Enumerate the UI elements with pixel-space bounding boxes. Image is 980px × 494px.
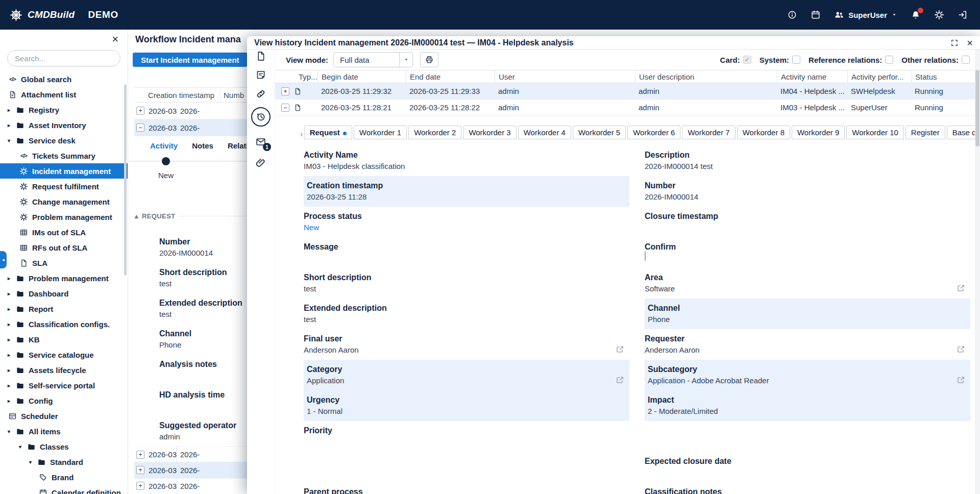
open-reference-icon[interactable] xyxy=(616,376,624,384)
history-row-selected[interactable]: + 2026-03-25 11:29:32 2026-03-25 11:29:3… xyxy=(275,83,975,100)
open-reference-icon[interactable] xyxy=(957,376,965,384)
sidebar-item-classes[interactable]: ▾Classes xyxy=(0,439,128,454)
column-type[interactable]: Typ... xyxy=(275,70,317,83)
sidebar-item-assets-lifecycle[interactable]: ▸Assets lifecycle xyxy=(0,362,128,378)
tab-notes[interactable]: Notes xyxy=(192,141,213,150)
sidebar-item-kb[interactable]: ▸KB xyxy=(0,332,128,347)
tab-request[interactable]: Request xyxy=(304,126,352,139)
confirm-checkbox[interactable] xyxy=(645,251,646,261)
close-icon[interactable]: × xyxy=(967,38,973,47)
notifications-button[interactable] xyxy=(911,10,921,20)
modal-scrollbar[interactable] xyxy=(975,50,980,494)
view-mode-select[interactable]: Full data xyxy=(333,52,413,67)
start-incident-management-button[interactable]: Start Incident management xyxy=(133,53,248,67)
history-icon-selected[interactable] xyxy=(251,107,271,127)
app-logo[interactable]: CMDBuild xyxy=(0,8,75,22)
expand-icon[interactable]: + xyxy=(136,451,144,459)
sidebar-item-service-desk[interactable]: ▾Service desk xyxy=(0,133,128,148)
modal-title: View history Incident management 2026-IM… xyxy=(254,38,574,47)
email-button[interactable]: 1 xyxy=(255,134,266,150)
open-reference-icon[interactable] xyxy=(957,345,965,354)
attachment-icon[interactable] xyxy=(255,157,266,168)
sidebar-item-tickets-summary[interactable]: </>Tickets Summary xyxy=(0,148,128,163)
collapse-icon[interactable]: − xyxy=(136,124,144,132)
expand-icon[interactable]: + xyxy=(136,466,144,474)
fullscreen-icon[interactable] xyxy=(950,39,959,47)
tab-workorder-7[interactable]: Workorder 7 xyxy=(682,126,735,139)
sidebar-item-self-service-portal[interactable]: ▸Self-service portal xyxy=(0,378,128,393)
collapse-icon[interactable]: − xyxy=(281,104,289,112)
sidebar-item-rfs-out-of-sla[interactable]: RFs out of SLA xyxy=(0,240,128,255)
user-menu[interactable]: SuperUser xyxy=(834,10,897,20)
sidebar-scrollbar[interactable] xyxy=(124,84,127,276)
sidebar-item-dashboard[interactable]: ▸Dashboard xyxy=(0,286,128,301)
expand-icon[interactable]: + xyxy=(136,482,144,490)
calendar-icon[interactable] xyxy=(811,10,821,20)
relations-icon[interactable] xyxy=(255,88,266,100)
info-icon[interactable] xyxy=(787,10,797,20)
sidebar-close-icon[interactable]: × xyxy=(112,34,118,45)
column-creation-timestamp[interactable]: Creation timestamp xyxy=(134,91,220,100)
card-icon[interactable] xyxy=(255,51,266,62)
expand-icon[interactable]: + xyxy=(281,87,289,95)
tab-workorder-6[interactable]: Workorder 6 xyxy=(627,126,680,139)
reference-relations-checkbox[interactable] xyxy=(885,56,893,64)
sidebar-item-incident-management[interactable]: Incident management xyxy=(0,163,128,179)
sidebar-item-change-management[interactable]: Change management xyxy=(0,194,128,209)
card-checkbox[interactable]: ✓ xyxy=(743,56,751,64)
sidebar-item-sla[interactable]: SLA xyxy=(0,255,128,270)
tab-base-data[interactable]: Base da xyxy=(947,126,975,139)
sidebar-item-ims-out-of-sla[interactable]: IMs out of SLA xyxy=(0,225,128,240)
tab-workorder-10[interactable]: Workorder 10 xyxy=(846,126,904,139)
sidebar-item-service-catalogue[interactable]: ▸Service catalogue xyxy=(0,347,128,362)
tab-workorder-9[interactable]: Workorder 9 xyxy=(792,126,845,139)
gear-icon[interactable] xyxy=(934,10,944,20)
sidebar-item-request-fulfilment[interactable]: Request fulfilment xyxy=(0,179,128,194)
sidebar-item-asset-inventory[interactable]: ▸Asset Inventory xyxy=(0,117,128,133)
sidebar-collapse-handle[interactable]: ◄ xyxy=(0,251,7,268)
sidebar-item-registry[interactable]: ▸Registry xyxy=(0,102,128,117)
sidebar-item-global-search[interactable]: </>Global search xyxy=(0,71,128,87)
print-button[interactable] xyxy=(420,52,438,67)
sidebar-item-calendar-definition[interactable]: Calendar definition xyxy=(0,485,128,494)
history-row[interactable]: − 2026-03-25 11:28:21 2026-03-25 11:28:2… xyxy=(275,100,975,116)
search-input[interactable] xyxy=(7,50,120,66)
tab-workorder-8[interactable]: Workorder 8 xyxy=(737,126,790,139)
open-reference-icon[interactable] xyxy=(957,284,965,292)
logout-icon[interactable] xyxy=(958,10,968,20)
tab-workorder-2[interactable]: Workorder 2 xyxy=(408,126,461,139)
column-begin-date[interactable]: Begin date xyxy=(317,70,406,83)
tab-workorder-4[interactable]: Workorder 4 xyxy=(518,126,571,139)
sidebar-item-report[interactable]: ▸Report xyxy=(0,301,128,316)
tabs-scroll-left-icon[interactable]: ‹ xyxy=(300,129,303,139)
sidebar-item-config[interactable]: ▸Config xyxy=(0,393,128,408)
column-status[interactable]: Status xyxy=(911,70,975,83)
system-checkbox[interactable] xyxy=(792,56,800,64)
column-end-date[interactable]: End date xyxy=(406,70,495,83)
tab-register[interactable]: Register xyxy=(905,126,945,139)
sidebar-item-scheduler[interactable]: Scheduler xyxy=(0,408,128,424)
column-user-description[interactable]: User description xyxy=(635,70,777,83)
column-user[interactable]: User xyxy=(495,70,635,83)
sidebar-item-problem-management[interactable]: ▸Problem management xyxy=(0,270,128,286)
tab-activity[interactable]: Activity xyxy=(150,141,178,150)
note-icon[interactable] xyxy=(255,69,266,81)
status-step-dot[interactable] xyxy=(162,157,170,165)
process-status-link[interactable]: New xyxy=(304,223,625,232)
open-reference-icon[interactable] xyxy=(616,345,624,354)
folder-icon xyxy=(27,442,36,451)
tab-workorder-3[interactable]: Workorder 3 xyxy=(463,126,516,139)
sidebar-item-standard[interactable]: ▾Standard xyxy=(0,454,128,470)
column-activity-performer[interactable]: Activity perfor... xyxy=(847,70,911,83)
sidebar-item-all-items[interactable]: ▾All items xyxy=(0,424,128,439)
sidebar-item-problem-management-process[interactable]: Problem management xyxy=(0,209,128,225)
expand-icon[interactable]: + xyxy=(136,107,144,115)
sidebar-item-brand[interactable]: Brand xyxy=(0,470,128,485)
tab-workorder-5[interactable]: Workorder 5 xyxy=(573,126,626,139)
tab-workorder-1[interactable]: Workorder 1 xyxy=(354,126,407,139)
sidebar-item-attachment-list[interactable]: Attachment list xyxy=(0,87,128,102)
sidebar-item-classification-configs[interactable]: ▸Classification configs. xyxy=(0,316,128,332)
other-relations-checkbox[interactable] xyxy=(962,56,970,64)
scrollbar-thumb[interactable] xyxy=(975,70,979,146)
column-activity-name[interactable]: Activity name xyxy=(777,70,847,83)
